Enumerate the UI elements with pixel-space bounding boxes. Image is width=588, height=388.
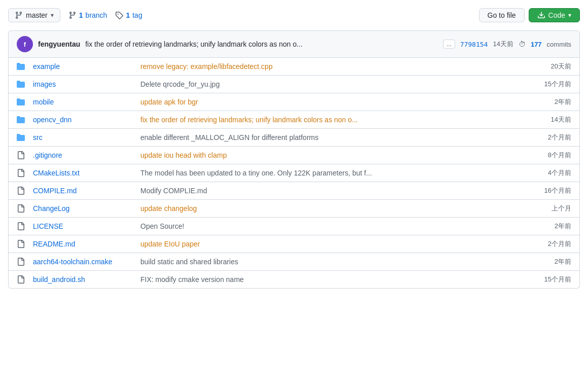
folder-icon [17, 62, 27, 70]
file-time: 15个月前 [521, 275, 571, 284]
table-row: COMPILE.mdModify COMPLIE.md16个月前 [9, 182, 579, 200]
file-time: 2年前 [521, 97, 571, 107]
file-commit-message: remove legacy: example/libfacedetect.cpp [140, 62, 514, 70]
file-name[interactable]: src [33, 133, 134, 142]
table-row: aarch64-toolchain.cmakebuild static and … [9, 253, 579, 271]
file-time: 14天前 [521, 115, 571, 124]
branch-selector[interactable]: master ▾ [8, 8, 60, 22]
file-commit-message: update iou head with clamp [140, 151, 514, 159]
tag-count-label: tag [132, 11, 142, 19]
commit-hash[interactable]: 7798154 [460, 41, 488, 48]
commit-time: 14天前 [493, 40, 513, 49]
tag-icon [115, 11, 123, 19]
file-time: 8个月前 [521, 151, 571, 160]
file-name[interactable]: COMPILE.md [33, 187, 134, 195]
file-commit-message: The model has been updated to a tiny one… [140, 169, 514, 177]
top-bar-right: Go to file Code ▾ [479, 8, 580, 22]
file-icon [17, 258, 27, 266]
file-commit-message: update EIoU paper [140, 240, 514, 248]
table-row: opencv_dnnfix the order of retrieving la… [9, 111, 579, 129]
table-row: ChangeLogupdate changelog上个月 [9, 200, 579, 218]
branch-icon [15, 11, 23, 19]
file-icon [17, 275, 27, 284]
table-row: LICENSEOpen Source!2年前 [9, 218, 579, 235]
table-row: build_android.shFIX: modify cmake versio… [9, 271, 579, 288]
file-time: 2个月前 [521, 133, 571, 142]
branch-count-link[interactable]: 1 branch [68, 11, 107, 19]
folder-icon [17, 133, 27, 142]
file-commit-message: update apk for bgr [140, 98, 514, 106]
folder-icon [17, 98, 27, 106]
download-icon [537, 11, 545, 19]
code-chevron: ▾ [568, 12, 571, 19]
table-row: CMakeLists.txtThe model has been updated… [9, 164, 579, 182]
file-icon [17, 187, 27, 195]
file-table: exampleremove legacy: example/libfacedet… [8, 58, 580, 289]
folder-icon [17, 80, 27, 88]
branch-count-icon [68, 11, 77, 19]
commit-count-label: commits [547, 41, 571, 48]
commit-message: fix the order of retrieving landmarks; u… [85, 40, 437, 48]
file-name[interactable]: aarch64-toolchain.cmake [33, 258, 134, 266]
commit-bar: f fengyuentau fix the order of retrievin… [8, 30, 580, 58]
commit-author[interactable]: fengyuentau [38, 40, 80, 48]
table-row: .gitignoreupdate iou head with clamp8个月前 [9, 147, 579, 164]
commit-ellipsis[interactable]: ... [443, 40, 455, 49]
file-time: 2年前 [521, 222, 571, 231]
table-row: README.mdupdate EIoU paper2个月前 [9, 235, 579, 253]
tag-count-number: 1 [126, 11, 130, 19]
branch-chevron: ▾ [51, 12, 54, 19]
file-name[interactable]: build_android.sh [33, 275, 134, 284]
file-name[interactable]: images [33, 80, 134, 88]
table-row: srcenable different _MALLOC_ALIGN for di… [9, 129, 579, 147]
file-commit-message: build static and shared libraries [140, 258, 514, 266]
commit-count[interactable]: 177 [531, 41, 542, 48]
file-time: 20天前 [521, 62, 571, 71]
code-button[interactable]: Code ▾ [529, 8, 580, 22]
file-name[interactable]: mobile [33, 98, 134, 106]
file-time: 16个月前 [521, 186, 571, 195]
history-icon: ⏱ [519, 40, 526, 48]
file-name[interactable]: LICENSE [33, 222, 134, 230]
file-commit-message: fix the order of retrieving landmarks; u… [140, 116, 514, 124]
file-commit-message: Modify COMPLIE.md [140, 187, 514, 195]
file-name[interactable]: example [33, 62, 134, 70]
table-row: mobileupdate apk for bgr2年前 [9, 93, 579, 111]
code-button-label: Code [548, 11, 565, 19]
file-time: 4个月前 [521, 168, 571, 178]
file-name[interactable]: CMakeLists.txt [33, 169, 134, 177]
file-commit-message: Open Source! [140, 222, 514, 230]
file-icon [17, 240, 27, 248]
file-icon [17, 222, 27, 230]
file-name[interactable]: README.md [33, 240, 134, 248]
avatar: f [17, 36, 33, 52]
file-name[interactable]: opencv_dnn [33, 116, 134, 124]
file-time: 上个月 [521, 204, 571, 213]
file-time: 2年前 [521, 257, 571, 266]
file-commit-message: Delete qrcode_for_yu.jpg [140, 80, 514, 88]
table-row: imagesDelete qrcode_for_yu.jpg15个月前 [9, 76, 579, 93]
table-row: exampleremove legacy: example/libfacedet… [9, 58, 579, 76]
file-commit-message: enable different _MALLOC_ALIGN for diffe… [140, 133, 514, 142]
branch-name: master [26, 11, 48, 19]
goto-file-button[interactable]: Go to file [479, 8, 525, 22]
file-time: 15个月前 [521, 80, 571, 89]
folder-icon [17, 116, 27, 124]
file-name[interactable]: .gitignore [33, 151, 134, 159]
file-time: 2个月前 [521, 239, 571, 249]
file-name[interactable]: ChangeLog [33, 204, 134, 213]
tag-count-link[interactable]: 1 tag [115, 11, 142, 19]
file-commit-message: update changelog [140, 204, 514, 213]
branch-count-number: 1 [79, 11, 83, 19]
file-icon [17, 204, 27, 213]
branch-count-label: branch [86, 11, 107, 19]
top-bar: master ▾ 1 branch 1 tag Go to file Code … [8, 8, 580, 22]
file-icon [17, 151, 27, 159]
file-commit-message: FIX: modify cmake version name [140, 275, 514, 284]
file-icon [17, 169, 27, 177]
